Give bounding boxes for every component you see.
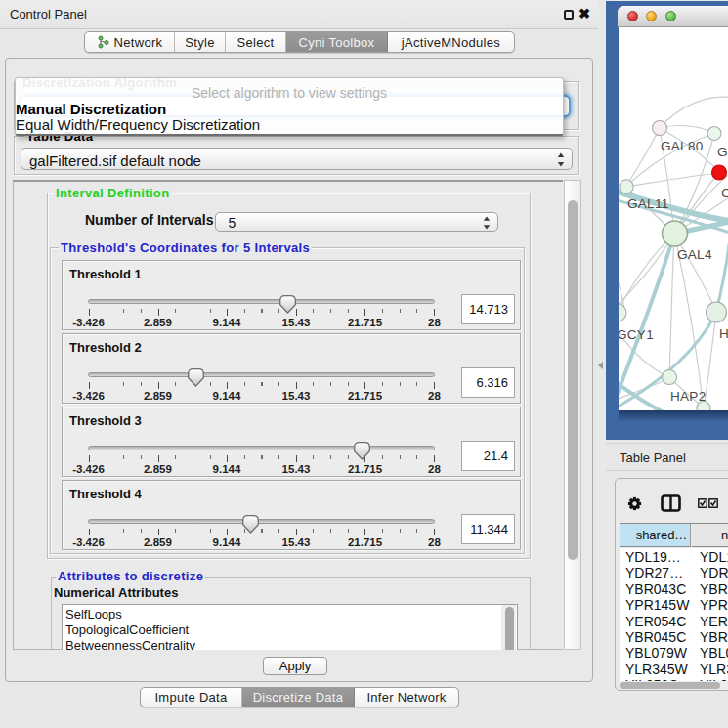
svg-text:HA: HA — [719, 326, 728, 341]
svg-text:GAL80: GAL80 — [661, 139, 704, 153]
svg-text:GA: GA — [717, 145, 728, 159]
svg-text:HAP2: HAP2 — [670, 389, 706, 404]
svg-text:CD: CD — [721, 186, 728, 200]
svg-text:GCY1: GCY1 — [619, 327, 654, 342]
svg-text:GAL11: GAL11 — [627, 196, 669, 211]
svg-text:GAL4: GAL4 — [677, 247, 712, 262]
